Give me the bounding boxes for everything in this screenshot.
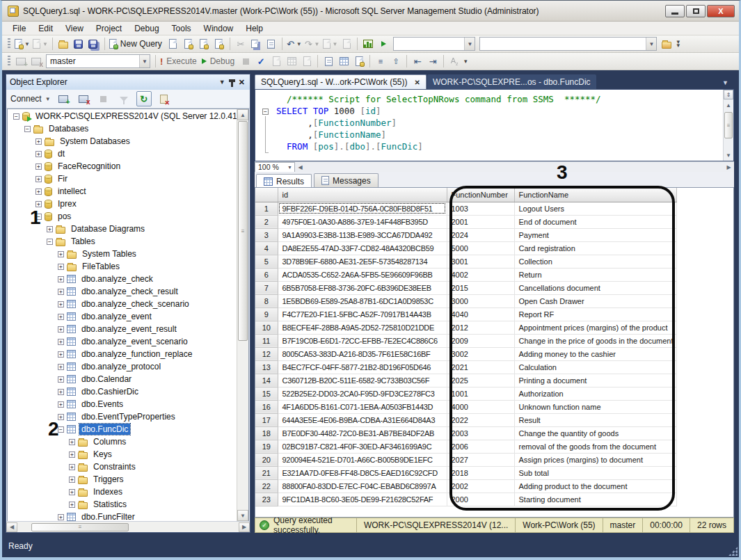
tree-item-label[interactable]: dbo.Calendar — [79, 374, 134, 385]
id-cell[interactable]: 522B25E2-DD03-2CA0-F95D-9FD3CE278FC3 — [278, 387, 447, 400]
code-area[interactable]: /****** Script for SelectTopNRows comman… — [255, 90, 723, 161]
tree-item-label[interactable]: intellect — [56, 186, 88, 197]
id-cell[interactable]: 4975F0E1-0A30-A886-37E9-14F448FB395D — [278, 215, 447, 228]
tree-item-label[interactable]: FileTables — [80, 261, 122, 272]
tree-item-label[interactable]: dbo.FuncDic — [79, 424, 130, 435]
tree-item-label[interactable]: Columns — [91, 436, 128, 447]
disconnect-button[interactable] — [76, 91, 91, 106]
tree-item-label[interactable]: Iprex — [56, 198, 79, 209]
row-number-cell[interactable]: 8 — [255, 294, 278, 307]
scroll-up-button[interactable]: ▲ — [237, 109, 248, 120]
code-line[interactable]: FROM [pos].[dbo].[FuncDic] — [276, 141, 723, 152]
id-cell[interactable]: C360712B-B20C-511E-6582-9C733B03C56F — [278, 374, 447, 387]
tree-item-system-databases[interactable]: +System Databases — [8, 135, 237, 147]
connect-object-explorer-button[interactable] — [56, 91, 71, 106]
expand-icon[interactable]: + — [58, 401, 64, 408]
editor-horizontal-scrollbar[interactable]: 100 %▼ ◀ ▶ — [255, 161, 734, 172]
tree-item-label[interactable]: Tables — [69, 236, 97, 247]
tree-item-label[interactable]: dbo.analyze_function_replace — [79, 349, 194, 360]
stop-process-button[interactable] — [96, 91, 111, 106]
row-number-cell[interactable]: 6 — [255, 268, 278, 281]
id-cell[interactable]: 88800FA0-83DD-E7EC-F04C-EBABD6C8997A — [278, 479, 447, 493]
row-number-cell[interactable]: 23 — [255, 493, 278, 506]
object-explorer-header[interactable]: Object Explorer ▼ ✕ — [6, 74, 250, 90]
tree-item-filetables[interactable]: +FileTables — [8, 260, 237, 273]
tree-item-dbo-funcdic[interactable]: −dbo.FuncDic — [8, 423, 237, 435]
scroll-left-button[interactable]: ◀ — [295, 163, 305, 172]
tree-item-dbo-analyze-protocol[interactable]: +dbo.analyze_protocol — [8, 360, 237, 373]
paste-button[interactable] — [264, 36, 279, 51]
tree-item-label[interactable]: pos — [56, 211, 73, 222]
tree-item-label[interactable]: Keys — [91, 449, 114, 460]
tree-item-label[interactable]: dbo.FuncFilter — [79, 511, 137, 521]
expand-icon[interactable]: + — [58, 326, 64, 333]
id-cell[interactable]: B4EC7FCF-04FF-5877-21B2-8D196F05D646 — [278, 360, 447, 374]
id-cell[interactable]: E321AA7D-0FE8-FF48-D8C5-EAED16C92CFD — [278, 466, 447, 479]
properties-window-button[interactable] — [659, 36, 674, 51]
id-cell[interactable]: 4F1A6DD5-B161-C071-1EBA-A0503FB1443D — [278, 400, 447, 413]
expand-icon[interactable]: + — [69, 489, 75, 495]
results-to-text-button[interactable] — [321, 54, 336, 69]
window-position-button[interactable]: ▼ — [219, 79, 225, 86]
tree-item-label[interactable]: dbo.Events — [79, 399, 125, 410]
code-line[interactable]: ,[FunctionName] — [276, 129, 723, 141]
code-collapse-toggle[interactable]: − — [262, 109, 269, 115]
tree-item-label[interactable]: dbo.analyze_check_result — [79, 286, 180, 297]
minimize-button[interactable] — [665, 5, 685, 17]
id-cell[interactable]: DA8E2E55-47AD-33F7-CD82-48A4320BCB59 — [278, 241, 447, 255]
scrollbar-thumb[interactable]: ≡ — [31, 523, 129, 531]
navigate-forward-button[interactable] — [339, 36, 354, 51]
tree-item-dbo-analyze-function-replace[interactable]: +dbo.analyze_function_replace — [8, 348, 237, 360]
id-cell[interactable]: B8ECFE4F-28B8-A9A5-2D52-725810D21DDE — [278, 321, 447, 334]
filter-button[interactable] — [116, 91, 132, 106]
row-number-cell[interactable]: 20 — [255, 453, 278, 466]
column-header-id[interactable]: id — [278, 188, 447, 202]
expand-icon[interactable]: + — [47, 226, 53, 232]
tree-item-label[interactable]: dbo.analyze_event_result — [79, 323, 179, 335]
tree-item-label[interactable]: dbo.analyze_protocol — [79, 361, 163, 372]
auto-hide-pin-button[interactable] — [231, 82, 233, 87]
row-number-cell[interactable]: 16 — [255, 400, 278, 413]
tree-item-pos[interactable]: −pos — [8, 210, 237, 223]
new-item-button[interactable]: ▼ — [13, 36, 31, 51]
object-explorer-tree[interactable]: −WORK-PC\SQLEXPRESS2014V (SQL Server 12.… — [8, 109, 237, 521]
refresh-button[interactable]: ↻ — [136, 91, 152, 106]
change-database-button[interactable] — [29, 54, 44, 69]
parse-button[interactable]: ✓ — [253, 54, 269, 69]
tab-close-icon[interactable]: ✕ — [415, 79, 420, 86]
row-number-cell[interactable]: 4 — [255, 241, 278, 255]
id-cell[interactable]: 1E5BDB69-E589-25A8-87B1-6DC1A0D9853C — [278, 294, 447, 307]
specify-template-values-button[interactable] — [299, 54, 314, 69]
tree-item-label[interactable]: dbo.analyze_check — [79, 273, 155, 285]
open-file-button[interactable] — [56, 36, 71, 51]
tree-item-label[interactable]: Fir — [56, 173, 70, 184]
query-designer-button[interactable] — [284, 54, 299, 69]
expand-icon[interactable]: + — [69, 439, 75, 445]
tree-item-dbo-calendar[interactable]: +dbo.Calendar — [8, 373, 237, 385]
row-number-cell[interactable]: 19 — [255, 440, 278, 453]
menu-help[interactable]: Help — [239, 22, 269, 35]
activity-monitor-button[interactable] — [360, 36, 376, 51]
close-button[interactable]: X — [707, 5, 735, 17]
id-cell[interactable]: 920094E4-521E-D701-A66C-B005B9DE1EFC — [278, 453, 447, 466]
comment-lines-button[interactable]: ≡ — [373, 54, 388, 69]
expand-icon[interactable]: + — [58, 389, 64, 395]
tree-item-dbo-analyze-check-scenario[interactable]: +dbo.analyze_check_scenario — [8, 298, 237, 310]
code-line[interactable]: ,[FunctionNumber] — [276, 117, 723, 129]
tree-item-label[interactable]: Databases — [47, 123, 90, 134]
sql-editor[interactable]: /****** Script for SelectTopNRows comman… — [255, 89, 734, 161]
collapse-icon[interactable]: − — [24, 126, 31, 132]
expand-icon[interactable]: + — [35, 189, 42, 195]
tree-item-system-tables[interactable]: +System Tables — [8, 248, 237, 260]
panel-close-button[interactable]: ✕ — [239, 78, 245, 87]
expand-icon[interactable]: + — [35, 163, 42, 170]
row-number-cell[interactable]: 11 — [255, 334, 278, 347]
tree-item-dbo-eventtypeproperties[interactable]: +dbo.EventTypeProperties — [8, 410, 237, 423]
collapse-icon[interactable]: − — [13, 113, 19, 120]
toolbar-options-button[interactable]: ▾▾ — [676, 40, 678, 47]
tree-item-facerecognition[interactable]: +FaceRecognition — [8, 160, 237, 173]
code-line[interactable]: /****** Script for SelectTopNRows comman… — [276, 93, 723, 105]
code-line[interactable]: SELECT TOP 1000 [id] — [276, 105, 723, 117]
tree-item-label[interactable]: FaceRecognition — [56, 161, 122, 172]
tree-item-dbo-analyze-check[interactable]: +dbo.analyze_check — [8, 273, 237, 285]
